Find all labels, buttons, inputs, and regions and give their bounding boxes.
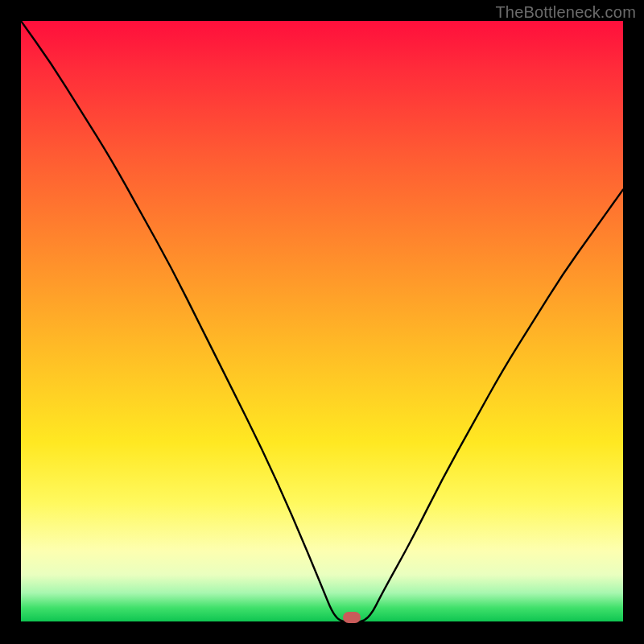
optimal-point-marker bbox=[343, 612, 361, 623]
bottleneck-curve bbox=[21, 21, 623, 623]
attribution-text: TheBottleneck.com bbox=[495, 3, 636, 22]
chart-stage: TheBottleneck.com bbox=[0, 0, 644, 644]
plot-area bbox=[21, 21, 623, 623]
